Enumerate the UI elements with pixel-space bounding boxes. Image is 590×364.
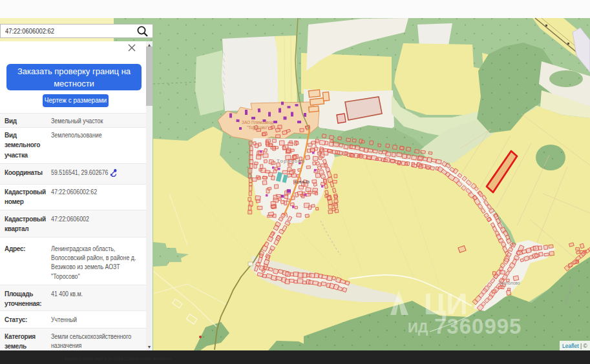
svg-text:41:6:0-13: 41:6:0-13 <box>294 180 310 184</box>
svg-text:Торосово: Торосово <box>277 158 305 164</box>
svg-text:Leaflet | ©: Leaflet | © <box>562 343 587 349</box>
svg-text:ЗАО Племзавод: ЗАО Племзавод <box>242 120 273 125</box>
svg-text:Чупполово: Чупполово <box>499 281 520 286</box>
svg-text:"Торосово": "Торосово" <box>247 125 269 130</box>
svg-text:ИД: ИД <box>408 319 428 336</box>
svg-text:7360995: 7360995 <box>434 314 522 338</box>
